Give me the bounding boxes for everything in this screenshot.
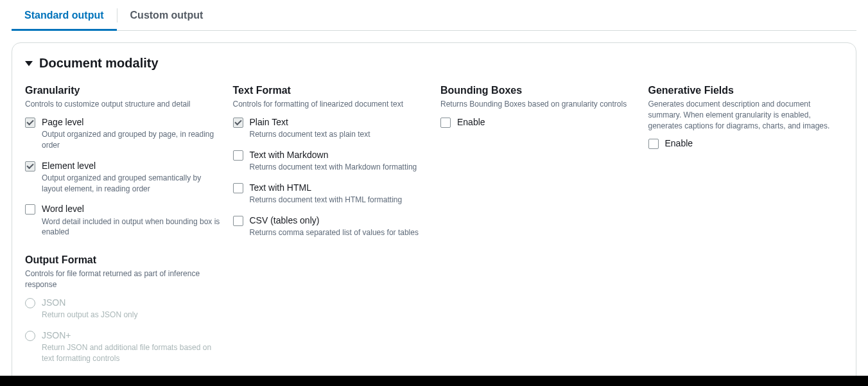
- section-title: Granularity: [25, 85, 220, 96]
- checkbox[interactable]: [25, 161, 35, 171]
- tab-label: Custom output: [130, 10, 204, 21]
- option-desc: Returns document text as plain text: [250, 129, 370, 140]
- checkbox[interactable]: [233, 183, 243, 193]
- radio: [25, 331, 35, 341]
- option-desc: Returns document text with Markdown form…: [250, 162, 417, 173]
- generative-fields-section: Generative Fields Generates document des…: [648, 85, 844, 381]
- option-label: Enable: [665, 137, 693, 149]
- checkbox-option-gen-enable: Enable: [648, 137, 844, 149]
- option-label: Word level: [42, 203, 220, 215]
- panel-title: Document modality: [39, 56, 159, 71]
- section-title: Text Format: [233, 85, 428, 96]
- option-label: Enable: [457, 116, 485, 128]
- option-desc: Return JSON and additional file formats …: [42, 342, 220, 364]
- checkbox-option-csv: CSV (tables only) Returns comma separate…: [233, 215, 428, 238]
- section-title: Bounding Boxes: [440, 85, 636, 96]
- section-desc: Controls for formatting of linearized do…: [233, 99, 428, 110]
- output-format-section: Output Format Controls for file format r…: [25, 254, 220, 364]
- checkbox[interactable]: [25, 204, 35, 215]
- checkbox[interactable]: [233, 216, 243, 226]
- bottom-black-strip: [0, 376, 868, 386]
- tab-standard-output[interactable]: Standard output: [12, 0, 117, 30]
- option-label: CSV (tables only): [250, 215, 419, 226]
- option-label: Text with Markdown: [250, 149, 417, 161]
- radio-option-json: JSON Return output as JSON only: [25, 297, 220, 320]
- option-desc: Output organized and grouped semanticall…: [42, 173, 220, 195]
- section-desc: Generates document description and docum…: [648, 99, 844, 131]
- option-label: Plain Text: [250, 116, 370, 128]
- checkbox-option-markdown: Text with Markdown Returns document text…: [233, 149, 428, 173]
- checkbox[interactable]: [25, 118, 35, 128]
- checkbox-option-html: Text with HTML Returns document text wit…: [233, 182, 428, 206]
- checkbox[interactable]: [233, 150, 243, 161]
- option-label: Element level: [42, 160, 220, 171]
- checkbox[interactable]: [440, 118, 451, 128]
- checkbox-option-page-level: Page level Output organized and grouped …: [25, 116, 220, 151]
- tabs: Standard output Custom output: [12, 0, 856, 31]
- granularity-section: Granularity Controls to customize output…: [25, 85, 220, 381]
- checkbox-option-plain-text: Plain Text Returns document text as plai…: [233, 116, 428, 140]
- checkbox[interactable]: [233, 118, 243, 128]
- checkbox-option-bbox-enable: Enable: [440, 116, 636, 128]
- tab-custom-output[interactable]: Custom output: [117, 0, 216, 30]
- document-modality-panel: Document modality Granularity Controls t…: [12, 42, 856, 386]
- section-desc: Controls for file format returned as par…: [25, 268, 220, 290]
- radio-option-json-plus: JSON+ Return JSON and additional file fo…: [25, 329, 220, 364]
- option-desc: Word detail included in output when boun…: [42, 216, 220, 238]
- checkmark-icon: [26, 118, 33, 125]
- text-format-section: Text Format Controls for formatting of l…: [233, 85, 428, 381]
- checkbox[interactable]: [648, 139, 659, 149]
- section-desc: Returns Bounding Boxes based on granular…: [440, 99, 636, 110]
- option-label: Page level: [42, 116, 220, 128]
- option-desc: Output organized and grouped by page, in…: [42, 129, 220, 151]
- section-desc: Controls to customize output structure a…: [25, 99, 220, 110]
- bounding-boxes-section: Bounding Boxes Returns Bounding Boxes ba…: [440, 85, 636, 381]
- option-label: JSON: [42, 297, 137, 308]
- option-desc: Returns comma separated list of values f…: [250, 227, 419, 238]
- checkmark-icon: [234, 118, 241, 125]
- checkbox-option-word-level: Word level Word detail included in outpu…: [25, 203, 220, 238]
- radio: [25, 298, 35, 308]
- checkbox-option-element-level: Element level Output organized and group…: [25, 160, 220, 195]
- tab-label: Standard output: [24, 10, 104, 21]
- option-label: JSON+: [42, 329, 220, 341]
- option-label: Text with HTML: [250, 182, 403, 193]
- checkmark-icon: [26, 162, 33, 169]
- section-title: Output Format: [25, 254, 220, 266]
- panel-header[interactable]: Document modality: [25, 56, 843, 71]
- option-desc: Returns document text with HTML formatti…: [250, 195, 403, 206]
- option-desc: Return output as JSON only: [42, 310, 137, 320]
- section-title: Generative Fields: [648, 85, 844, 96]
- caret-down-icon: [25, 61, 33, 66]
